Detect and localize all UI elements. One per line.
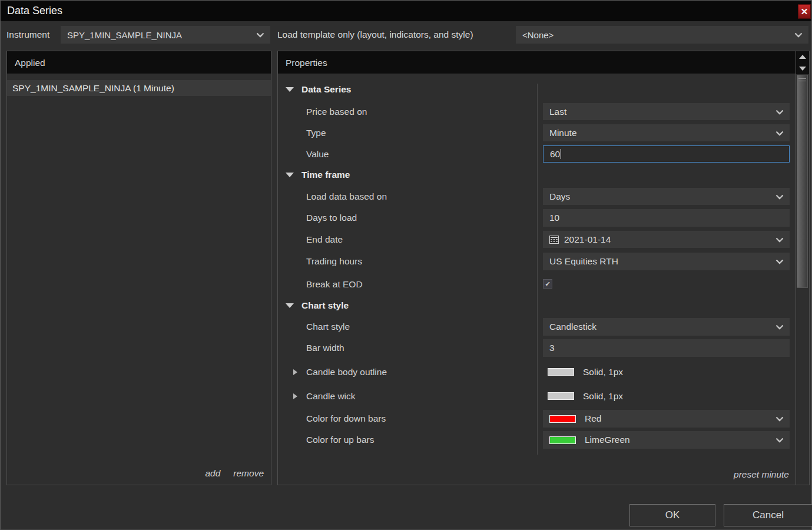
row-label-load-data-based-on: Load data based on [306,188,387,205]
bar-width-input[interactable]: 3 [543,339,790,357]
scrollbar-grip [798,78,806,79]
applied-header-label: Applied [15,51,45,74]
close-button[interactable]: ✕ [798,4,811,19]
section-title: Data Series [301,84,351,95]
collapse-triangle-icon [286,87,294,92]
field-value: Candlestick [549,322,596,332]
row-label-price-based-on: Price based on [306,103,367,120]
row-label-end-date: End date [306,231,343,248]
scroll-down-button[interactable] [796,63,809,75]
section-title: Time frame [301,170,350,180]
field-value: Minute [549,128,577,138]
line-color-swatch [548,368,574,376]
type-select[interactable]: Minute [543,124,790,141]
candle-body-outline-value[interactable]: Solid, 1px [543,364,790,380]
field-value: Solid, 1px [583,367,623,377]
row-label-color-down-bars: Color for down bars [306,410,386,428]
window-title: Data Series [7,1,62,21]
expander-candle-body-outline[interactable] [293,364,297,380]
template-select[interactable]: <None> [516,26,808,44]
applied-list-item[interactable]: SPY_1MIN_SAMPLE_NINJA (1 Minute) [7,80,271,96]
field-value: 60 [550,149,560,160]
section-title: Chart style [301,300,349,311]
preset-minute-link[interactable]: preset minute [734,469,789,480]
field-value: 3 [549,343,555,353]
cancel-button[interactable]: Cancel [724,504,812,526]
field-value: Last [549,107,566,117]
field-value: 2021-01-14 [564,234,611,245]
grid-column-separator [537,84,538,455]
color-down-bars-select[interactable]: Red [543,410,790,428]
row-label-bar-width: Bar width [306,339,344,357]
break-at-eod-checkbox[interactable]: ✔ [543,279,552,289]
chart-style-select[interactable]: Candlestick [543,318,790,336]
instrument-value: SPY_1MIN_SAMPLE_NINJA [67,30,182,40]
row-label-chart-style: Chart style [306,318,350,336]
ok-button[interactable]: OK [629,504,715,526]
template-label: Load template only (layout, indicators, … [277,26,473,44]
field-value: Red [585,413,601,424]
expand-triangle-icon [293,393,297,399]
chevron-down-icon [775,110,784,115]
vertical-scrollbar[interactable] [796,74,809,485]
row-label-break-at-eod: Break at EOD [306,276,363,293]
color-swatch-red [549,415,576,423]
chevron-down-icon [256,32,264,38]
field-value: Solid, 1px [583,391,623,402]
end-date-picker[interactable]: 2021-01-14 [543,231,790,248]
collapse-triangle-icon [286,303,294,308]
trading-hours-select[interactable]: US Equities RTH [543,253,790,270]
add-link[interactable]: add [205,468,220,479]
properties-panel: Properties Data Series Price based on La… [277,51,810,485]
close-icon: ✕ [801,7,808,16]
chevron-down-icon [775,194,784,200]
applied-panel: Applied SPY_1MIN_SAMPLE_NINJA (1 Minute)… [6,51,271,485]
row-label-days-to-load: Days to load [306,209,357,227]
scroll-up-button[interactable] [796,51,809,63]
properties-header: Properties [278,51,809,74]
field-value: Days [549,191,570,202]
expander-candle-wick[interactable] [293,388,297,404]
row-label-candle-body-outline: Candle body outline [306,364,387,380]
section-header-chart-style[interactable]: Chart style [286,299,349,313]
instrument-label: Instrument [6,26,49,44]
chevron-down-icon [775,131,784,136]
applied-header: Applied [7,51,271,74]
chevron-down-icon [775,438,784,443]
value-input[interactable]: 60 [543,145,790,163]
chevron-down-icon [775,324,784,330]
chevron-down-icon [775,237,784,243]
scrollbar-thumb[interactable] [797,75,808,288]
line-color-swatch [548,392,574,400]
row-label-candle-wick: Candle wick [306,388,356,404]
section-header-data-series[interactable]: Data Series [286,82,351,97]
load-data-based-on-select[interactable]: Days [543,188,790,205]
instrument-select[interactable]: SPY_1MIN_SAMPLE_NINJA [61,26,270,44]
row-label-trading-hours: Trading hours [306,253,362,270]
field-value: US Equities RTH [549,256,618,267]
collapse-triangle-icon [286,173,294,177]
color-up-bars-select[interactable]: LimeGreen [543,431,790,449]
arrow-up-icon [799,55,806,59]
arrow-down-icon [799,67,806,71]
row-label-type: Type [306,124,326,141]
calendar-icon [549,236,559,244]
row-label-value: Value [306,145,329,163]
checkmark-icon: ✔ [545,281,550,287]
section-header-time-frame[interactable]: Time frame [286,168,350,182]
days-to-load-input[interactable]: 10 [543,209,790,227]
price-based-on-select[interactable]: Last [543,103,790,120]
candle-wick-value[interactable]: Solid, 1px [543,388,790,404]
color-swatch-limegreen [549,436,576,444]
data-series-dialog: Data Series ✕ Instrument SPY_1MIN_SAMPLE… [0,0,812,530]
row-label-color-up-bars: Color for up bars [306,431,374,449]
remove-link[interactable]: remove [233,468,264,479]
template-value: <None> [522,30,554,40]
chevron-down-icon [794,32,803,38]
chevron-down-icon [775,416,784,422]
field-value: 10 [549,213,559,223]
text-caret [561,149,561,159]
title-bar[interactable]: Data Series ✕ [1,1,811,21]
expand-triangle-icon [293,369,297,375]
properties-header-label: Properties [286,51,327,74]
